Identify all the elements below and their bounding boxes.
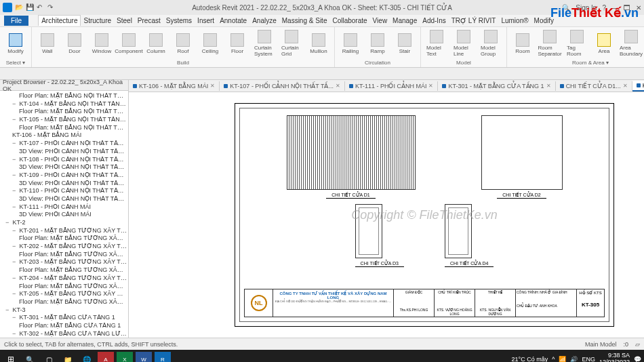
tree-node[interactable]: Floor Plan: MẶT BẰNG TƯỜNG XÂY TẦNG 1 [1,235,127,243]
model-group-button[interactable]: Model Group [478,28,504,58]
ribbon-tab-systems[interactable]: Systems [163,16,195,26]
qat-open-icon[interactable]: 📂 [15,3,23,12]
mullion-button[interactable]: Mullion [306,32,331,56]
tree-node[interactable]: KT-106 - MẶT BẰNG MÁI [1,132,127,140]
area-button[interactable]: Area [591,32,617,56]
tree-node[interactable]: Floor Plan: MẶT BẰNG NỘI THẤT TẦNG 3 [1,124,127,132]
room-button[interactable]: Room [510,32,536,56]
tree-node[interactable]: Floor Plan: MẶT BẰNG CỬA TẦNG 1 [1,322,127,330]
tree-node[interactable]: Floor Plan: MẶT BẰNG NỘI THẤT TẦNG LỬNG [1,108,127,116]
tree-node[interactable]: − KT-301 - MẶT BẰNG CỬA TẦNG 1 [1,314,127,322]
filter-icon[interactable]: ▱ [635,341,640,348]
explorer-icon[interactable]: 📁 [60,352,76,362]
qat-save-icon[interactable]: 💾 [26,3,34,12]
close-tab-icon[interactable]: ✕ [336,83,340,89]
component-button[interactable]: Component [116,32,142,56]
tree-node[interactable]: Floor Plan: MẶT BẰNG NỘI THẤT TẦNG 2 [1,92,127,100]
tree-node[interactable]: − KT-201 - MẶT BẰNG TƯỜNG XÂY TẦNG 1 [1,227,127,235]
ribbon-tab-add-ins[interactable]: Add-Ins [420,16,448,26]
autocad-icon[interactable]: A [98,352,114,362]
drawing-canvas[interactable]: CHI TIẾT CỬA D1 CHI TIẾT CỬA D2 CHI TIẾT… [129,92,644,338]
ribbon-tab-analyze[interactable]: Analyze [249,16,279,26]
tree-node[interactable]: 3D View: PHỐI CẢNH NỘI THẤT TẦNG LỬNG [1,163,127,172]
wifi-icon[interactable]: 📶 [559,356,566,362]
ribbon-tab-architecture[interactable]: Architecture [38,15,81,26]
tree-node[interactable]: − KT-3 [1,306,127,315]
ribbon-tab-insert[interactable]: Insert [195,16,217,26]
tree-node[interactable]: − KT-302 - MẶT BẰNG CỬA TẦNG LỬNG [1,330,127,338]
view-tab[interactable]: KT-111 - PHỐI CẢNH MÁI✕ [345,81,439,91]
tag-room-button[interactable]: Tag Room [564,28,590,58]
tree-node[interactable]: Floor Plan: MẶT BẰNG TƯỜNG XÂY MÁI [1,298,127,306]
chrome-icon[interactable]: 🌐 [79,352,95,362]
word-icon[interactable]: W [136,352,152,362]
tree-node[interactable]: − KT-2 [1,219,127,227]
tree-node[interactable]: − KT-204 - MẶT BẰNG TƯỜNG XÂY TẦNG 3 [1,275,127,283]
ribbon-tab-lumion-[interactable]: Lumion® [498,16,531,26]
ribbon-tab-massing-site[interactable]: Massing & Site [279,16,330,26]
door-button[interactable]: Door [62,32,87,56]
area-bound-button[interactable]: Area Boundary [618,28,644,58]
tree-node[interactable]: − KT-110 - PHỐI CẢNH NỘI THẤT TẦNG 3 [1,187,127,195]
wall-button[interactable]: Wall [35,32,60,56]
tree-node[interactable]: 3D View: PHỐI CẢNH NỘI THẤT TẦNG 3 [1,195,127,203]
ribbon-tab-annotate[interactable]: Annotate [217,16,249,26]
workset-label[interactable]: Main Model [585,341,617,348]
tree-node[interactable]: − KT-104 - MẶT BẰNG NỘI THẤT TẦNG LỬNG [1,100,127,108]
ceiling-button[interactable]: Ceiling [197,32,223,56]
close-tab-icon[interactable]: ✕ [210,83,215,89]
room-sep-button[interactable]: Room Separator [537,28,563,58]
curtain-system-button[interactable]: Curtain System [251,28,277,58]
clock-date[interactable]: 12/03/2022 [599,359,630,362]
start-button[interactable]: ⊞ [3,352,19,362]
tree-node[interactable]: 3D View: PHỐI CẢNH NỘI THẤT TẦNG 2 [1,180,127,188]
floor-button[interactable]: Floor [224,32,250,56]
volume-icon[interactable]: 🔊 [570,356,578,362]
model-line-button[interactable]: Model Line [451,28,477,58]
model-text-button[interactable]: Model Text [424,28,449,58]
ribbon-tab-manage[interactable]: Manage [390,16,420,26]
railing-button[interactable]: Railing [338,32,363,56]
weather-widget[interactable]: 21°C Có mây [512,356,548,362]
ribbon-tab-structure[interactable]: Structure [81,16,114,26]
tree-node[interactable]: Floor Plan: MẶT BẰNG TƯỜNG XÂY TẦNG 2 [1,266,127,275]
close-tab-icon[interactable]: ✕ [623,83,628,89]
language-indicator[interactable]: ENG [582,356,595,362]
tree-node[interactable]: − KT-205 - MẶT BẰNG TƯỜNG XÂY MÁI [1,290,127,298]
view-tab[interactable]: KT-305 - CHI TIẾT CỬA✕ [632,81,644,92]
tree-node[interactable]: 3D View: PHỐI CẢNH NỘI THẤT TẦNG 1 [1,148,127,156]
file-menu[interactable]: File [4,16,28,26]
project-browser-tree[interactable]: Floor Plan: MẶT BẰNG NỘI THẤT TẦNG 2− KT… [0,91,128,338]
tree-node[interactable]: Floor Plan: MẶT BẰNG TƯỜNG XÂY TẦNG LỬNG [1,251,127,259]
qat-undo-icon[interactable]: ↶ [37,3,45,12]
excel-icon[interactable]: X [117,352,133,362]
ribbon-tab-precast[interactable]: Precast [135,16,163,26]
revit-taskbar-icon[interactable]: R [155,352,171,362]
view-tab[interactable]: KT-107 - PHỐI CẢNH NỘI THẤT TẦ...✕ [220,81,345,91]
tray-chevron-icon[interactable]: ^ [552,356,555,362]
ribbon-tab-steel[interactable]: Steel [114,16,135,26]
view-tab[interactable]: KT-301 - MẶT BẰNG CỬA TẦNG 1✕ [438,81,555,91]
tree-node[interactable]: Floor Plan: MẶT BẰNG TƯỜNG XÂY TẦNG 3 [1,283,127,291]
tree-node[interactable]: − KT-107 - PHỐI CẢNH NỘI THẤT TẦNG 1 [1,140,127,148]
close-tab-icon[interactable]: ✕ [546,83,551,89]
qat-redo-icon[interactable]: ↷ [47,3,56,12]
view-tab[interactable]: KT-106 - MẶT BẰNG MÁI✕ [129,81,220,91]
tree-node[interactable]: − KT-105 - MẶT BẰNG NỘI THẤT TẦNG 3 [1,116,127,124]
tree-node[interactable]: − KT-111 - PHỐI CẢNH MÁI [1,203,127,212]
window-button[interactable]: Window [89,32,115,56]
ribbon-tab-tr-l-rivit[interactable]: TRỢ LÝ RIVIT [449,16,499,26]
modify-button[interactable]: Modify [3,32,28,56]
stair-button[interactable]: Stair [392,32,418,56]
search-taskbar-icon[interactable]: 🔍 [22,352,38,362]
tree-node[interactable]: − KT-109 - PHỐI CẢNH NỘI THẤT TẦNG 2 [1,172,127,180]
ribbon-tab-collaborate[interactable]: Collaborate [329,16,369,26]
ramp-button[interactable]: Ramp [365,32,390,56]
ribbon-tab-view[interactable]: View [370,16,390,26]
tree-node[interactable]: 3D View: PHỐI CẢNH MÁI [1,211,127,219]
tree-node[interactable]: − KT-203 - MẶT BẰNG TƯỜNG XÂY TẦNG 2 [1,258,127,266]
column-button[interactable]: Column [143,32,169,56]
tree-node[interactable]: − KT-108 - PHỐI CẢNH NỘI THẤT TẦNG LỬNG [1,156,127,164]
notifications-icon[interactable]: 💬 [634,356,641,362]
curtain-grid-button[interactable]: Curtain Grid [279,28,304,58]
